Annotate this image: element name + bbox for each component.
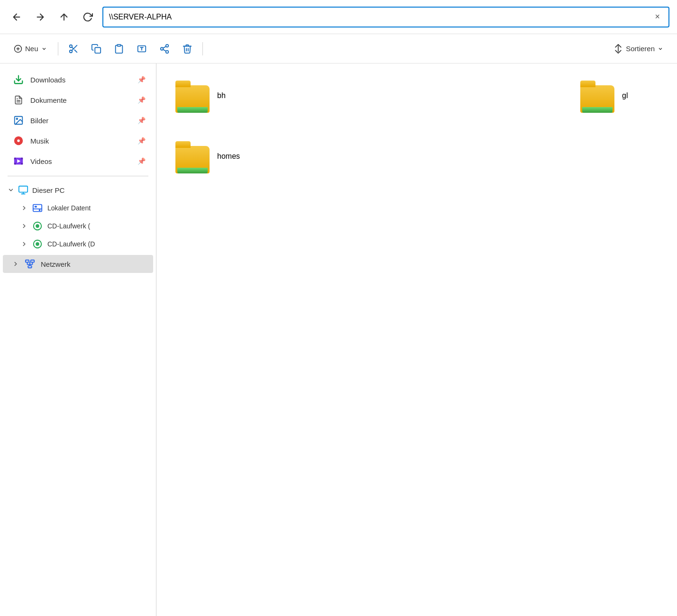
sidebar-item-local-drive[interactable]: Lokaler Datent [0, 199, 156, 217]
pc-icon [18, 185, 28, 195]
forward-button[interactable] [31, 9, 49, 25]
address-bar-row: × [0, 0, 677, 34]
folder-grid: bh gl [172, 75, 662, 117]
toolbar-separator-1 [58, 42, 58, 55]
address-bar[interactable]: × [102, 7, 669, 27]
music-icon [12, 135, 25, 147]
sidebar-item-dokumente-label: Dokumente [30, 96, 132, 104]
cd2-label: CD-Laufwerk (D [47, 240, 95, 248]
sidebar: Downloads 📌 Dokumente 📌 [0, 63, 156, 616]
main-layout: Downloads 📌 Dokumente 📌 [0, 63, 677, 616]
cd1-label: CD-Laufwerk ( [47, 222, 90, 230]
svg-line-6 [74, 50, 77, 52]
svg-rect-26 [14, 158, 16, 160]
sidebar-item-downloads-label: Downloads [30, 76, 132, 84]
chevron-right-icon-cd1 [21, 223, 27, 229]
folder-icon-homes [175, 139, 210, 173]
sidebar-item-netzwerk[interactable]: Netzwerk [3, 255, 153, 273]
pin-icon-dokumente: 📌 [137, 96, 146, 104]
svg-rect-31 [33, 205, 42, 212]
download-icon [12, 73, 25, 86]
sidebar-divider-1 [8, 176, 148, 176]
folder-bh-label: bh [217, 91, 226, 100]
pin-icon-downloads: 📌 [137, 76, 146, 83]
netzwerk-label: Netzwerk [41, 260, 71, 268]
second-row: homes [172, 136, 662, 177]
pin-icon-bilder: 📌 [137, 117, 146, 124]
document-icon [12, 94, 25, 106]
svg-rect-28 [14, 163, 16, 165]
chevron-right-icon-netzwerk [12, 261, 19, 267]
address-clear-button[interactable]: × [652, 11, 663, 23]
sidebar-item-downloads[interactable]: Downloads 📌 [3, 70, 153, 90]
sidebar-item-musik-label: Musik [30, 137, 132, 145]
chevron-down-icon [8, 187, 14, 193]
sort-button[interactable]: Sortieren [607, 41, 669, 57]
folder-gl-label: gl [622, 91, 628, 100]
back-button[interactable] [8, 9, 26, 25]
refresh-button[interactable] [79, 9, 97, 25]
cd2-icon [32, 239, 43, 249]
video-icon [12, 155, 25, 167]
new-button[interactable]: Neu [8, 41, 53, 56]
svg-point-40 [37, 244, 38, 245]
svg-line-15 [163, 46, 165, 48]
sidebar-item-videos-label: Videos [30, 157, 132, 165]
local-drive-icon [32, 203, 43, 213]
sidebar-item-cd2[interactable]: CD-Laufwerk (D [0, 235, 156, 253]
delete-button[interactable] [177, 40, 198, 57]
cd1-icon [32, 221, 43, 231]
paste-button[interactable] [109, 40, 129, 57]
svg-rect-29 [21, 163, 23, 165]
folder-homes-label: homes [217, 152, 240, 161]
folder-icon-gl [580, 79, 614, 113]
sidebar-item-musik[interactable]: Musik 📌 [3, 131, 153, 151]
sidebar-item-cd1[interactable]: CD-Laufwerk ( [0, 217, 156, 235]
svg-line-7 [72, 47, 73, 49]
pin-icon-videos: 📌 [137, 157, 146, 165]
toolbar: Neu [0, 34, 677, 63]
local-drive-label: Lokaler Datent [47, 204, 91, 212]
svg-point-34 [39, 210, 40, 211]
svg-point-23 [17, 139, 20, 142]
pin-icon-musik: 📌 [137, 137, 146, 145]
chevron-right-icon-cd2 [21, 241, 27, 247]
svg-point-37 [37, 226, 38, 226]
content-area: bh gl homes [156, 63, 677, 616]
svg-rect-30 [19, 186, 27, 192]
folder-gl[interactable]: gl [576, 75, 662, 117]
sidebar-item-bilder-label: Bilder [30, 117, 132, 125]
folder-homes[interactable]: homes [172, 136, 257, 177]
network-icon [25, 259, 35, 269]
svg-rect-8 [95, 47, 101, 53]
address-input[interactable] [109, 13, 652, 21]
images-icon [12, 114, 25, 127]
share-button[interactable] [154, 40, 175, 57]
up-button[interactable] [55, 9, 73, 25]
rename-button[interactable] [131, 40, 152, 57]
sidebar-section-dieser-pc[interactable]: Dieser PC [0, 181, 156, 199]
folder-bh[interactable]: bh [172, 75, 257, 117]
svg-line-14 [163, 49, 165, 51]
sidebar-item-dokumente[interactable]: Dokumente 📌 [3, 90, 153, 110]
chevron-right-icon [21, 205, 27, 211]
toolbar-separator-2 [202, 42, 203, 55]
svg-rect-32 [35, 206, 37, 207]
cut-button[interactable] [63, 40, 84, 57]
folder-icon-bh [175, 79, 210, 113]
svg-rect-9 [117, 44, 120, 46]
svg-rect-27 [21, 158, 23, 160]
copy-button[interactable] [86, 40, 107, 57]
sidebar-item-videos[interactable]: Videos 📌 [3, 151, 153, 171]
dieser-pc-label: Dieser PC [32, 186, 64, 194]
svg-point-21 [16, 118, 18, 119]
sidebar-item-bilder[interactable]: Bilder 📌 [3, 110, 153, 130]
